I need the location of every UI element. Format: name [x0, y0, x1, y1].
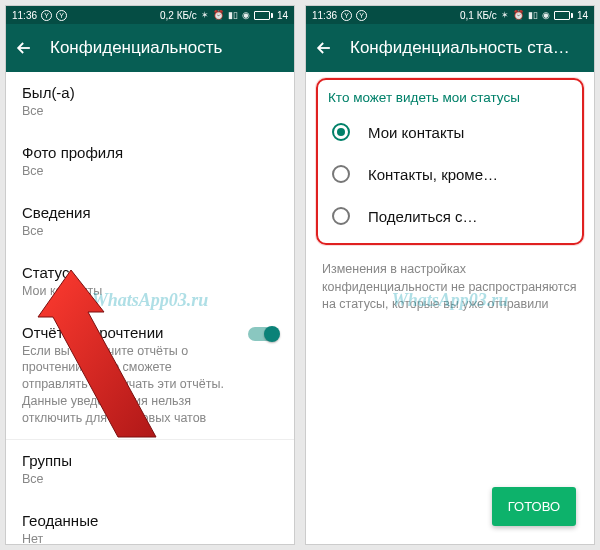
status-bar: 11:36 Y Y 0,1 КБ/с ✶ ⏰ ▮▯ ◉ 14	[306, 6, 594, 24]
toggle-switch[interactable]	[248, 327, 278, 341]
settings-list: Был(-а) Все Фото профиля Все Сведения Вс…	[6, 72, 294, 544]
setting-groups[interactable]: Группы Все	[6, 440, 294, 500]
net-speed: 0,2 КБ/с	[160, 10, 197, 21]
status-time: 11:36	[312, 10, 337, 21]
status-privacy-content: Кто может видеть мои статусы Мои контакт…	[306, 72, 594, 544]
bluetooth-icon: ✶	[501, 10, 509, 20]
radio-icon	[332, 207, 350, 225]
setting-title: Группы	[22, 452, 278, 469]
status-time: 11:36	[12, 10, 37, 21]
setting-title: Отчёты о прочтении	[22, 324, 240, 341]
setting-read-receipts[interactable]: Отчёты о прочтении Если вы отключите отч…	[6, 312, 294, 439]
status-icon: Y	[56, 10, 67, 21]
signal-icon: ▮▯	[528, 10, 538, 20]
app-bar: Конфиденциальность ста…	[306, 24, 594, 72]
back-icon[interactable]	[314, 38, 334, 58]
appbar-title: Конфиденциальность ста…	[350, 38, 570, 58]
signal-icon: ▮▯	[228, 10, 238, 20]
battery-pct: 14	[577, 10, 588, 21]
wifi-icon: ◉	[542, 10, 550, 20]
status-icon: Y	[356, 10, 367, 21]
appbar-title: Конфиденциальность	[50, 38, 222, 58]
setting-title: Геоданные	[22, 512, 278, 529]
setting-title: Сведения	[22, 204, 278, 221]
setting-about[interactable]: Сведения Все	[6, 192, 294, 252]
watermark: WhatsApp03.ru	[92, 290, 209, 311]
phone-right: 11:36 Y Y 0,1 КБ/с ✶ ⏰ ▮▯ ◉ 14 Конфиденц…	[305, 5, 595, 545]
back-icon[interactable]	[14, 38, 34, 58]
setting-value: Все	[22, 163, 278, 180]
watermark: WhatsApp03.ru	[392, 290, 509, 311]
status-icon: Y	[341, 10, 352, 21]
radio-label: Контакты, кроме…	[368, 166, 498, 183]
section-title: Кто может видеть мои статусы	[318, 86, 582, 111]
bluetooth-icon: ✶	[201, 10, 209, 20]
done-button-label: ГОТОВО	[508, 499, 560, 514]
radio-icon	[332, 165, 350, 183]
setting-value: Все	[22, 471, 278, 488]
net-speed: 0,1 КБ/с	[460, 10, 497, 21]
setting-title: Фото профиля	[22, 144, 278, 161]
annotation-highlight-box: Кто может видеть мои статусы Мои контакт…	[316, 78, 584, 245]
setting-title: Был(-а)	[22, 84, 278, 101]
setting-value: Все	[22, 103, 278, 120]
setting-value: Нет	[22, 531, 278, 544]
setting-description: Если вы отключите отчёты о прочтении, то…	[22, 343, 240, 427]
battery-pct: 14	[277, 10, 288, 21]
status-bar: 11:36 Y Y 0,2 КБ/с ✶ ⏰ ▮▯ ◉ 14	[6, 6, 294, 24]
alarm-icon: ⏰	[513, 10, 524, 20]
phone-left: 11:36 Y Y 0,2 КБ/с ✶ ⏰ ▮▯ ◉ 14 Конфиденц…	[5, 5, 295, 545]
radio-option-contacts-except[interactable]: Контакты, кроме…	[318, 153, 582, 195]
alarm-icon: ⏰	[213, 10, 224, 20]
radio-label: Мои контакты	[368, 124, 464, 141]
radio-label: Поделиться с…	[368, 208, 478, 225]
setting-last-seen[interactable]: Был(-а) Все	[6, 72, 294, 132]
done-button[interactable]: ГОТОВО	[492, 487, 576, 526]
setting-profile-photo[interactable]: Фото профиля Все	[6, 132, 294, 192]
radio-option-share-with[interactable]: Поделиться с…	[318, 195, 582, 237]
app-bar: Конфиденциальность	[6, 24, 294, 72]
setting-live-location[interactable]: Геоданные Нет	[6, 500, 294, 544]
setting-title: Статус	[22, 264, 278, 281]
battery-icon	[254, 11, 273, 20]
radio-icon	[332, 123, 350, 141]
setting-value: Все	[22, 223, 278, 240]
privacy-note: Изменения в настройках конфиденциальност…	[306, 249, 594, 326]
radio-option-my-contacts[interactable]: Мои контакты	[318, 111, 582, 153]
battery-icon	[554, 11, 573, 20]
status-icon: Y	[41, 10, 52, 21]
wifi-icon: ◉	[242, 10, 250, 20]
